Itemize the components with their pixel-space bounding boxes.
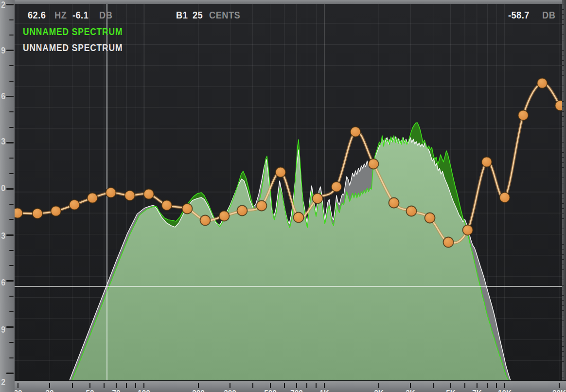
control-point-handle[interactable]	[294, 213, 304, 223]
control-point-handle[interactable]	[125, 191, 135, 201]
spectrum-analyzer-window: 296303692 203050701002003005007001K2K3K5…	[0, 0, 566, 392]
control-point-handle[interactable]	[351, 127, 361, 137]
control-point-handle[interactable]	[463, 225, 473, 235]
control-point-handle[interactable]	[200, 215, 211, 226]
cursor-note-value: B1	[176, 9, 188, 21]
control-point-handle[interactable]	[518, 110, 529, 121]
legend-item-reference-spectrum[interactable]: UNNAMED SPECTRUM	[23, 42, 123, 53]
control-point-handle[interactable]	[182, 204, 193, 214]
bottom-frequency-ruler: 203050701002003005007001K2K3K5K7K10K20K	[15, 380, 566, 392]
spectrum-level-unit: DB	[542, 9, 555, 21]
control-point-handle[interactable]	[482, 157, 492, 167]
control-point-handle[interactable]	[369, 159, 379, 169]
control-point-handle[interactable]	[425, 213, 435, 223]
control-point-handle[interactable]	[70, 200, 80, 210]
control-point-handle[interactable]	[407, 206, 417, 216]
control-point-handle[interactable]	[500, 193, 510, 203]
control-point-handle[interactable]	[106, 188, 116, 198]
control-point-handle[interactable]	[257, 201, 267, 211]
control-point-handle[interactable]	[88, 193, 98, 203]
control-point-handle[interactable]	[443, 237, 454, 248]
legend-item-live-spectrum[interactable]: UNNAMED SPECTRUM	[23, 26, 123, 37]
control-point-handle[interactable]	[51, 206, 61, 216]
cursor-level-unit: DB	[99, 9, 112, 21]
control-point-handle[interactable]	[276, 167, 286, 178]
cursor-frequency-unit: HZ	[54, 9, 67, 21]
control-point-handle[interactable]	[389, 198, 399, 208]
control-point-handle[interactable]	[33, 209, 43, 219]
control-point-handle[interactable]	[219, 211, 230, 221]
cursor-cents-value: 25	[193, 9, 203, 21]
spectrum-plot[interactable]	[0, 0, 566, 392]
top-ruler	[15, 0, 562, 4]
control-point-handle[interactable]	[313, 194, 323, 204]
control-point-handle[interactable]	[237, 206, 248, 216]
right-ruler	[562, 0, 566, 392]
control-point-handle[interactable]	[537, 78, 548, 89]
cursor-frequency-value: 62.6	[28, 9, 46, 21]
spectrum-level-value: -58.7	[508, 9, 530, 21]
control-point-handle[interactable]	[162, 200, 172, 211]
control-point-handle[interactable]	[332, 182, 342, 192]
left-db-ruler: 296303692	[0, 0, 15, 392]
control-point-handle[interactable]	[144, 189, 154, 199]
cursor-cents-unit: CENTS	[209, 9, 240, 21]
cursor-level-value: -6.1	[72, 9, 88, 21]
